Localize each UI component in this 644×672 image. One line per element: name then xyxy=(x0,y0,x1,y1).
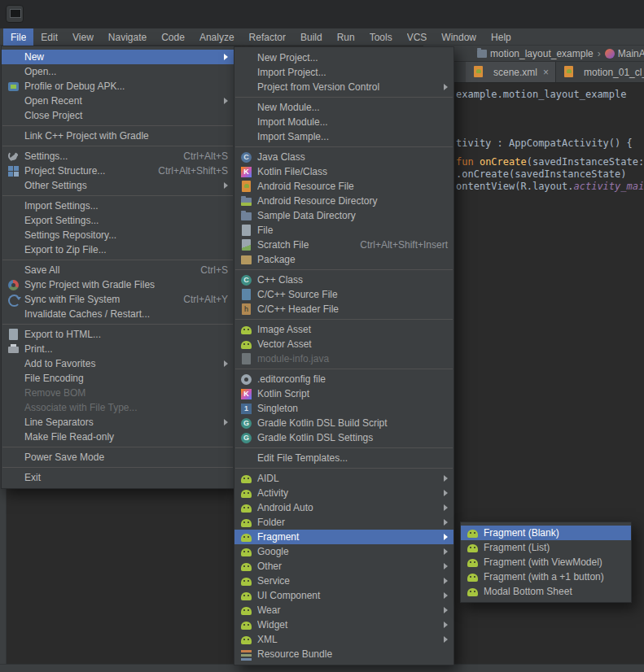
menu-item-editorconfig-file[interactable]: .editorconfig file xyxy=(234,372,453,386)
menu-item-activity[interactable]: Activity xyxy=(234,486,453,500)
menu-item-vector-asset[interactable]: Vector Asset xyxy=(234,337,453,351)
menu-item-help[interactable]: Help xyxy=(484,28,519,46)
menu-item-fragment-blank[interactable]: Fragment (Blank) xyxy=(461,526,631,540)
menu-item-analyze[interactable]: Analyze xyxy=(192,28,242,46)
menu-item-invalidate-caches-restart[interactable]: Invalidate Caches / Restart... xyxy=(2,307,234,321)
menu-item-gradle-kotlin-dsl-build-script[interactable]: Gradle Kotlin DSL Build Script xyxy=(234,416,453,430)
menu-item-new-module[interactable]: New Module... xyxy=(234,100,453,115)
menu-item-fragment[interactable]: Fragment xyxy=(234,530,453,544)
menu-item-folder[interactable]: Folder xyxy=(234,515,453,530)
menu-item-c-class[interactable]: C++ Class xyxy=(234,273,453,287)
menu-item-shortcut: Ctrl+Alt+Shift+S xyxy=(158,165,228,177)
menu-item-code[interactable]: Code xyxy=(154,28,192,46)
menu-item-navigate[interactable]: Navigate xyxy=(101,28,154,46)
menu-item-c-c-source-file[interactable]: C/C++ Source File xyxy=(234,287,453,302)
menu-item-export-to-zip-file[interactable]: Export to Zip File... xyxy=(2,242,234,257)
android-icon xyxy=(240,604,252,617)
menu-item-label: Other xyxy=(257,561,436,572)
menu-item-profile-or-debug-apk[interactable]: Profile or Debug APK... xyxy=(2,79,234,94)
menu-item-other-settings[interactable]: Other Settings xyxy=(2,178,234,193)
menu-item-import-sample[interactable]: Import Sample... xyxy=(234,129,453,144)
menu-item-export-settings[interactable]: Export Settings... xyxy=(2,213,234,228)
menu-item-label: Help xyxy=(491,32,511,43)
menu-item-make-file-read-only[interactable]: Make File Read-only xyxy=(2,430,234,444)
menu-item-new-project[interactable]: New Project... xyxy=(234,50,453,65)
menu-item-fragment-list[interactable]: Fragment (List) xyxy=(461,540,631,555)
menu-item-project-structure[interactable]: Project Structure...Ctrl+Alt+Shift+S xyxy=(2,164,234,178)
menu-item-label: Settings... xyxy=(24,151,170,162)
menu-item-sample-data-directory[interactable]: Sample Data Directory xyxy=(234,208,453,223)
menu-item-tools[interactable]: Tools xyxy=(362,28,400,46)
menu-item-sync-project-with-gradle-files[interactable]: Sync Project with Gradle Files xyxy=(2,277,234,292)
code-segment: example.motion_layout_example xyxy=(456,89,627,100)
menu-separator xyxy=(2,260,233,260)
window-icon[interactable] xyxy=(6,5,24,23)
menu-item-edit[interactable]: Edit xyxy=(33,28,65,46)
android-icon xyxy=(240,590,252,602)
code-segment: tivity : AppCompatActivity() { xyxy=(456,137,633,149)
menu-item-new[interactable]: New xyxy=(2,50,234,64)
menu-item-label: Other Settings xyxy=(24,180,217,191)
menu-item-exit[interactable]: Exit xyxy=(2,470,234,485)
menu-item-package[interactable]: Package xyxy=(234,252,453,267)
menu-item-label: Edit File Templates... xyxy=(257,452,448,464)
menu-item-power-save-mode[interactable]: Power Save Mode xyxy=(2,450,234,465)
menu-item-google[interactable]: Google xyxy=(234,544,453,559)
code-line: fun onCreate(savedInstanceState: xyxy=(456,156,644,168)
menu-item-android-resource-directory[interactable]: Android Resource Directory xyxy=(234,194,453,208)
menu-item-refactor[interactable]: Refactor xyxy=(242,28,293,46)
menu-item-import-project[interactable]: Import Project... xyxy=(234,65,453,80)
menu-item-open-recent[interactable]: Open Recent xyxy=(2,94,234,108)
menu-item-label: .editorconfig file xyxy=(257,373,448,385)
menu-item-link-c-project-with-gradle[interactable]: Link C++ Project with Gradle xyxy=(2,129,234,143)
menu-item-import-module[interactable]: Import Module... xyxy=(234,115,453,129)
menu-item-widget[interactable]: Widget xyxy=(234,617,453,632)
menu-item-project-from-version-control[interactable]: Project from Version Control xyxy=(234,80,453,94)
menu-item-java-class[interactable]: Java Class xyxy=(234,150,453,164)
menu-item-label: Settings Repository... xyxy=(24,229,228,241)
menu-item-vcs[interactable]: VCS xyxy=(400,28,435,46)
menu-item-edit-file-templates[interactable]: Edit File Templates... xyxy=(234,451,453,465)
menu-item-android-resource-file[interactable]: Android Resource File xyxy=(234,179,453,194)
menu-item-image-asset[interactable]: Image Asset xyxy=(234,322,453,337)
menu-item-kotlin-script[interactable]: Kotlin Script xyxy=(234,386,453,401)
print-icon xyxy=(7,343,20,356)
menu-item-modal-bottom-sheet[interactable]: Modal Bottom Sheet xyxy=(461,584,631,599)
menu-item-scratch-file[interactable]: Scratch FileCtrl+Alt+Shift+Insert xyxy=(234,238,453,252)
menu-item-settings-repository[interactable]: Settings Repository... xyxy=(2,228,234,242)
menu-item-resource-bundle[interactable]: Resource Bundle xyxy=(234,647,453,661)
menu-item-c-c-header-file[interactable]: C/C++ Header File xyxy=(234,302,453,316)
menu-item-run[interactable]: Run xyxy=(330,28,362,46)
menu-item-other[interactable]: Other xyxy=(234,559,453,574)
icon-placeholder xyxy=(7,130,20,142)
menu-item-close-project[interactable]: Close Project xyxy=(2,108,234,123)
menu-item-fragment-with-a-1-button[interactable]: Fragment (with a +1 button) xyxy=(461,569,631,584)
menu-item-singleton[interactable]: Singleton xyxy=(234,401,453,416)
menu-item-open[interactable]: Open... xyxy=(2,64,234,79)
menu-item-print[interactable]: Print... xyxy=(2,342,234,356)
menu-item-android-auto[interactable]: Android Auto xyxy=(234,500,453,515)
menu-item-build[interactable]: Build xyxy=(293,28,330,46)
menu-item-kotlin-file-class[interactable]: Kotlin File/Class xyxy=(234,164,453,179)
menu-item-window[interactable]: Window xyxy=(434,28,484,46)
menu-item-file-encoding[interactable]: File Encoding xyxy=(2,371,234,386)
menu-item-view[interactable]: View xyxy=(65,28,101,46)
menu-item-label: module-info.java xyxy=(257,353,448,364)
menu-item-label: C/C++ Header File xyxy=(257,303,448,315)
menu-item-gradle-kotlin-dsl-settings[interactable]: Gradle Kotlin DSL Settings xyxy=(234,430,453,445)
menu-item-service[interactable]: Service xyxy=(234,574,453,588)
menu-item-line-separators[interactable]: Line Separators xyxy=(2,415,234,430)
menu-item-import-settings[interactable]: Import Settings... xyxy=(2,199,234,213)
menu-item-ui-component[interactable]: UI Component xyxy=(234,588,453,603)
menu-item-file[interactable]: File xyxy=(234,223,453,238)
menu-item-settings[interactable]: Settings...Ctrl+Alt+S xyxy=(2,149,234,164)
menu-item-xml[interactable]: XML xyxy=(234,632,453,647)
menu-item-fragment-with-viewmodel[interactable]: Fragment (with ViewModel) xyxy=(461,555,631,569)
menu-item-export-to-html[interactable]: Export to HTML... xyxy=(2,327,234,342)
menu-item-sync-with-file-system[interactable]: Sync with File SystemCtrl+Alt+Y xyxy=(2,292,234,307)
menu-item-wear[interactable]: Wear xyxy=(234,603,453,617)
menu-item-add-to-favorites[interactable]: Add to Favorites xyxy=(2,356,234,371)
menu-item-file[interactable]: File xyxy=(3,28,33,46)
menu-item-aidl[interactable]: AIDL xyxy=(234,471,453,486)
menu-item-save-all[interactable]: Save AllCtrl+S xyxy=(2,263,234,277)
